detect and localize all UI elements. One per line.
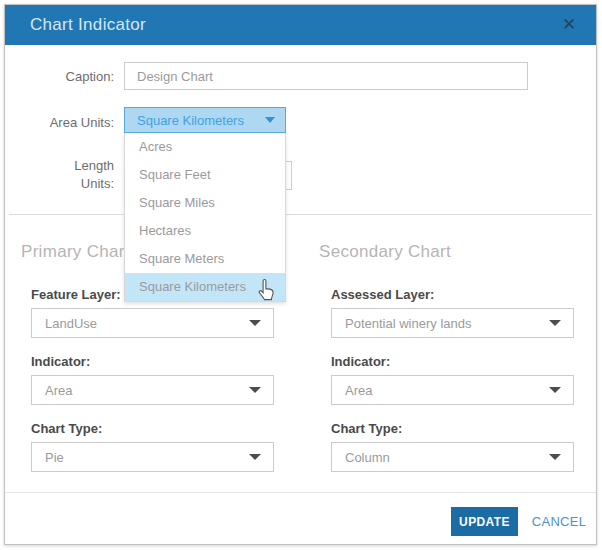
- dropdown-option-label: Square Kilometers: [139, 279, 246, 294]
- area-units-select[interactable]: Square Kilometers: [124, 107, 286, 133]
- cursor-hand-icon: [255, 277, 279, 303]
- caption-label: Caption:: [5, 69, 114, 84]
- area-units-value: Square Kilometers: [125, 113, 265, 128]
- dropdown-option-square-meters[interactable]: Square Meters: [125, 245, 285, 273]
- secondary-chart-heading: Secondary Chart: [319, 242, 451, 262]
- chevron-down-icon: [249, 320, 261, 326]
- chevron-down-icon: [249, 387, 261, 393]
- feature-layer-label: Feature Layer:: [31, 287, 121, 302]
- dropdown-option-square-feet[interactable]: Square Feet: [125, 161, 285, 189]
- feature-layer-select[interactable]: LandUse: [31, 308, 274, 338]
- primary-chart-type-value: Pie: [32, 450, 249, 465]
- caption-input[interactable]: [124, 62, 528, 90]
- chevron-down-icon: [549, 320, 561, 326]
- dropdown-option-square-miles[interactable]: Square Miles: [125, 189, 285, 217]
- primary-indicator-label: Indicator:: [31, 354, 90, 369]
- cancel-button[interactable]: CANCEL: [529, 514, 589, 529]
- length-units-label-line2: Units:: [5, 176, 114, 191]
- dropdown-option-square-kilometers[interactable]: Square Kilometers: [125, 273, 285, 301]
- assessed-layer-select[interactable]: Potential winery lands: [331, 308, 574, 338]
- area-units-dropdown-list: Acres Square Feet Square Miles Hectares …: [124, 133, 286, 302]
- secondary-indicator-value: Area: [332, 383, 549, 398]
- primary-chart-type-select[interactable]: Pie: [31, 442, 274, 472]
- dropdown-option-acres[interactable]: Acres: [125, 133, 285, 161]
- secondary-chart-type-label: Chart Type:: [331, 421, 402, 436]
- length-units-label-line1: Length: [5, 158, 114, 173]
- secondary-chart-type-value: Column: [332, 450, 549, 465]
- footer-divider: [5, 492, 596, 493]
- chart-indicator-dialog: Chart Indicator ✕ Caption: Area Units: S…: [4, 4, 597, 545]
- update-button[interactable]: UPDATE: [451, 507, 518, 536]
- primary-chart-heading: Primary Chart: [21, 242, 130, 262]
- area-units-label: Area Units:: [5, 115, 114, 130]
- chevron-down-icon: [549, 387, 561, 393]
- assessed-layer-value: Potential winery lands: [332, 316, 549, 331]
- primary-chart-type-label: Chart Type:: [31, 421, 102, 436]
- dialog-header: Chart Indicator ✕: [5, 5, 596, 45]
- primary-indicator-value: Area: [32, 383, 249, 398]
- secondary-indicator-label: Indicator:: [331, 354, 390, 369]
- chevron-down-icon: [549, 454, 561, 460]
- close-icon[interactable]: ✕: [558, 14, 580, 36]
- section-divider: [9, 214, 592, 215]
- dialog-title: Chart Indicator: [5, 15, 146, 35]
- chevron-down-icon: [249, 454, 261, 460]
- chevron-down-icon: [265, 117, 275, 123]
- primary-indicator-select[interactable]: Area: [31, 375, 274, 405]
- secondary-indicator-select[interactable]: Area: [331, 375, 574, 405]
- dropdown-option-hectares[interactable]: Hectares: [125, 217, 285, 245]
- secondary-chart-type-select[interactable]: Column: [331, 442, 574, 472]
- assessed-layer-label: Assessed Layer:: [331, 287, 434, 302]
- feature-layer-value: LandUse: [32, 316, 249, 331]
